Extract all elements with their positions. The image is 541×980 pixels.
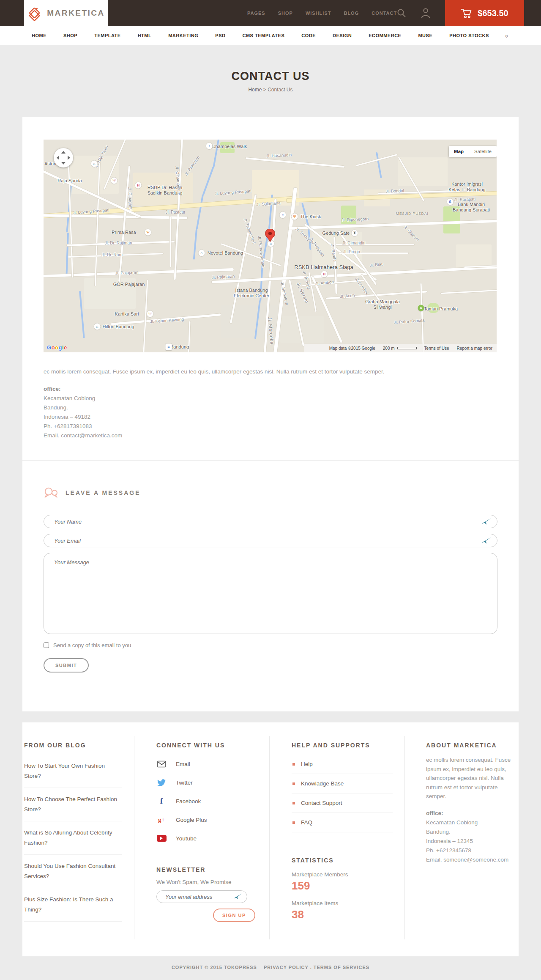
blog-post-link[interactable]: Plus Size Fashion: Is There Such a Thing… bbox=[24, 888, 122, 922]
category-nav-link[interactable]: TEMPLATE bbox=[94, 33, 120, 38]
map-label: Champelas Walk bbox=[212, 144, 247, 149]
category-nav-link[interactable]: CMS TEMPLATES bbox=[242, 33, 284, 38]
statistic-value: 159 bbox=[292, 879, 393, 892]
map-pan-control[interactable] bbox=[54, 148, 73, 167]
footer-about-column: ABOUT MARKETICA ec mollis lorem consequa… bbox=[405, 736, 519, 939]
cart-button[interactable]: $653.50 bbox=[445, 0, 524, 26]
more-categories-chevron-icon[interactable]: » bbox=[504, 35, 510, 38]
social-link[interactable]: f Facebook bbox=[156, 792, 257, 810]
name-input[interactable] bbox=[44, 515, 497, 528]
map-poi-icon: ⌂ bbox=[199, 250, 205, 256]
map-poi-icon: ♣ bbox=[418, 305, 424, 311]
submit-button[interactable]: SUBMIT bbox=[44, 658, 89, 673]
map-marker-icon[interactable] bbox=[265, 229, 275, 242]
category-nav-link[interactable]: ECOMMERCE bbox=[369, 33, 401, 38]
map-label: Jl. Dr. Rajiman bbox=[104, 241, 132, 246]
map-label: Jl. Pasteur bbox=[165, 210, 185, 215]
about-address-line: Kecamatan Coblong bbox=[426, 818, 514, 827]
category-nav-link[interactable]: PHOTO STOCKS bbox=[449, 33, 489, 38]
map-river bbox=[196, 195, 204, 230]
map-label: Kantor Imigrasi Kelas I - Bandung bbox=[448, 181, 485, 192]
user-account-icon[interactable] bbox=[421, 8, 430, 20]
about-address-line: Indonesia – 12345 bbox=[426, 837, 514, 846]
statistic-label: Marketplace Items bbox=[292, 900, 393, 906]
brand-logo[interactable]: MARKETICA bbox=[24, 0, 108, 26]
privacy-policy-link[interactable]: PRIVACY POLICY bbox=[264, 965, 309, 970]
about-heading: ABOUT MARKETICA bbox=[426, 742, 514, 749]
report-map-error-link[interactable]: Report a map error bbox=[457, 346, 492, 351]
link-separator: . bbox=[310, 965, 312, 970]
social-link[interactable]: g+ Google Plus bbox=[156, 810, 257, 829]
map-road bbox=[118, 166, 130, 282]
pan-left-arrow-icon[interactable] bbox=[57, 156, 59, 160]
map-label: Raja Sunda bbox=[57, 178, 82, 183]
map-label: Istana Bandung Electronic Center bbox=[234, 288, 269, 299]
map-label: GOR Pajajaran bbox=[113, 282, 145, 287]
category-nav-link[interactable]: HTML bbox=[138, 33, 152, 38]
message-form: Send a copy of this email to you SUBMIT bbox=[44, 515, 497, 673]
map-river bbox=[376, 152, 382, 178]
breadcrumb-current: Contact Us bbox=[268, 87, 292, 93]
help-link[interactable]: Knowladge Base bbox=[292, 774, 393, 793]
terms-of-services-link[interactable]: TERMS OF SERVICES bbox=[314, 965, 369, 970]
category-nav-link[interactable]: MUSE bbox=[418, 33, 432, 38]
map-road bbox=[170, 217, 171, 267]
category-nav-link[interactable]: HOME bbox=[32, 33, 46, 38]
map-poi-icon: Ψ bbox=[111, 178, 117, 184]
map-poi-icon: Ψ bbox=[292, 214, 298, 220]
blog-post-link[interactable]: What is So Alluring About Celebrity Fash… bbox=[24, 821, 122, 855]
footer-help-column: HELP AND SUPPORTS Help Knowladge Base Co… bbox=[270, 736, 405, 939]
google-map[interactable]: Map Satellite Google Map data ©2015 Goog… bbox=[44, 140, 497, 352]
top-nav-link[interactable]: BLOG bbox=[344, 11, 359, 16]
terms-of-use-link[interactable]: Terms of Use bbox=[424, 346, 449, 351]
email-input[interactable] bbox=[44, 534, 497, 547]
square-bullet-icon bbox=[292, 763, 295, 766]
breadcrumb-home-link[interactable]: Home bbox=[248, 87, 262, 93]
help-link[interactable]: Contact Support bbox=[292, 793, 393, 813]
help-link[interactable]: FAQ bbox=[292, 813, 393, 832]
map-label: Jl. Progo bbox=[343, 250, 360, 255]
newsletter-signup-button[interactable]: SIGN UP bbox=[213, 909, 255, 922]
message-textarea[interactable] bbox=[44, 553, 497, 634]
form-heading: LEAVE A MESSAGE bbox=[66, 489, 141, 496]
map-view-button[interactable]: Map bbox=[449, 146, 469, 157]
search-icon[interactable] bbox=[396, 8, 407, 20]
help-link[interactable]: Help bbox=[292, 755, 393, 774]
blog-post-link[interactable]: Should You Use Fashion Consultant Servic… bbox=[24, 855, 122, 888]
map-poi-icon: Ψ bbox=[147, 311, 153, 317]
pan-right-arrow-icon[interactable] bbox=[68, 156, 70, 160]
map-road bbox=[289, 220, 497, 230]
top-nav-link[interactable]: SHOP bbox=[278, 11, 293, 16]
pan-down-arrow-icon[interactable] bbox=[61, 162, 66, 165]
pan-up-arrow-icon[interactable] bbox=[61, 151, 66, 154]
address-line: Email. contact@marketica.com bbox=[44, 431, 497, 440]
social-label: Facebook bbox=[176, 798, 201, 804]
send-copy-label: Send a copy of this email to you bbox=[53, 642, 131, 648]
map-label: Bank Mandiri Bandung Surapati bbox=[453, 202, 490, 213]
newsletter-heading: NEWSLETTER bbox=[156, 866, 257, 873]
send-copy-checkbox[interactable] bbox=[44, 642, 49, 648]
office-label: office: bbox=[44, 384, 497, 394]
blog-post-link[interactable]: How To Start Your Own Fashion Store? bbox=[24, 755, 122, 788]
map-data-credit: Map data ©2015 Google bbox=[329, 346, 375, 351]
social-link[interactable]: Email bbox=[156, 755, 257, 773]
map-poi-icon: $ bbox=[447, 199, 454, 205]
top-nav-link[interactable]: WISHLIST bbox=[306, 11, 331, 16]
about-address-line: Email. someone@someone.com bbox=[426, 855, 514, 865]
category-nav-link[interactable]: DESIGN bbox=[333, 33, 352, 38]
top-nav-link[interactable]: CONTACT bbox=[372, 11, 397, 16]
social-link[interactable]: Twitter bbox=[156, 773, 257, 792]
category-nav-link[interactable]: CODE bbox=[301, 33, 316, 38]
social-link[interactable]: Youtube bbox=[156, 829, 257, 848]
blog-post-link[interactable]: How To Choose The Perfect Fashion Store? bbox=[24, 788, 122, 821]
google-logo[interactable]: Google bbox=[47, 344, 67, 351]
map-label: Gedung Sate bbox=[322, 231, 350, 236]
category-nav-link[interactable]: MARKETING bbox=[168, 33, 198, 38]
category-nav-link[interactable]: SHOP bbox=[63, 33, 77, 38]
about-text: ec mollis lorem consequat. Fusce ipsum e… bbox=[426, 755, 514, 801]
category-nav-link[interactable]: PSD bbox=[215, 33, 225, 38]
top-nav-link[interactable]: PAGES bbox=[247, 11, 265, 16]
square-bullet-icon bbox=[292, 782, 295, 785]
top-header-bar: MARKETICA PAGESSHOPWISHLISTBLOGCONTACT $… bbox=[0, 0, 541, 26]
satellite-view-button[interactable]: Satellite bbox=[469, 146, 497, 157]
